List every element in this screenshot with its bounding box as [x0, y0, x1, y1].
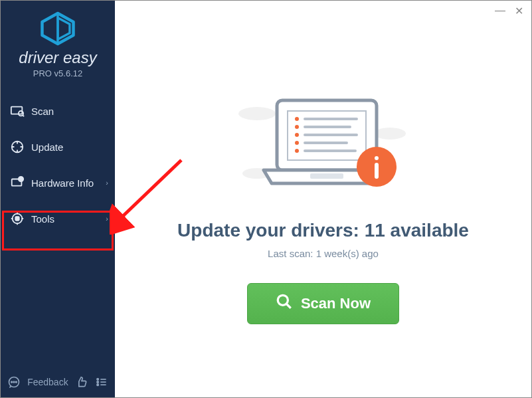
sidebar-item-label: Update: [31, 142, 63, 153]
main-panel: Update your drivers: 11 available Last s…: [115, 1, 531, 397]
minimize-button[interactable]: —: [495, 5, 505, 17]
scan-now-button[interactable]: Scan Now: [247, 283, 399, 324]
svg-rect-36: [310, 173, 343, 179]
magnifier-icon: [276, 293, 293, 314]
headline-text: Update your drivers: 11 available: [177, 220, 469, 241]
svg-rect-2: [11, 107, 23, 114]
sidebar-item-tools[interactable]: Tools ›: [1, 201, 115, 237]
svg-point-14: [16, 381, 17, 383]
logo-area: driver easy PRO v5.6.12: [1, 1, 115, 85]
chevron-right-icon: ›: [106, 179, 108, 187]
feedback-icon[interactable]: [7, 375, 21, 389]
svg-point-12: [11, 381, 13, 383]
svg-line-4: [23, 115, 24, 116]
svg-text:i: i: [21, 177, 21, 181]
version-text: PRO v5.6.12: [33, 68, 82, 78]
sidebar-item-label: Hardware Info: [31, 177, 94, 189]
svg-rect-39: [375, 163, 379, 179]
svg-point-13: [13, 381, 15, 383]
svg-point-26: [295, 117, 299, 121]
svg-rect-38: [375, 156, 379, 160]
thumbs-up-icon[interactable]: [75, 375, 88, 389]
update-icon: [10, 140, 25, 154]
list-icon[interactable]: [95, 375, 108, 389]
svg-point-32: [295, 141, 299, 145]
svg-point-17: [97, 381, 99, 383]
brand-text: driver easy: [19, 49, 96, 67]
sidebar-item-label: Tools: [31, 213, 54, 225]
close-button[interactable]: ✕: [515, 5, 523, 17]
svg-point-28: [295, 125, 299, 129]
feedback-label[interactable]: Feedback: [27, 377, 68, 387]
svg-point-34: [295, 149, 299, 153]
sidebar-item-scan[interactable]: Scan: [1, 93, 115, 129]
chevron-right-icon: ›: [106, 215, 108, 223]
last-scan-text: Last scan: 1 week(s) ago: [268, 248, 379, 259]
svg-point-22: [374, 128, 406, 140]
sidebar-footer: Feedback: [1, 367, 115, 397]
sidebar-item-label: Scan: [31, 106, 54, 117]
app-window: — ✕ driver easy PRO v5.6.12 Scan: [0, 0, 532, 398]
laptop-illustration: [230, 94, 416, 203]
svg-point-15: [97, 379, 99, 381]
svg-point-40: [278, 295, 288, 305]
tools-icon: [10, 211, 25, 226]
svg-point-21: [238, 107, 276, 120]
sidebar: driver easy PRO v5.6.12 Scan: [1, 1, 115, 397]
sidebar-item-update[interactable]: Update: [1, 129, 115, 165]
hardware-info-icon: i: [10, 175, 25, 190]
svg-rect-10: [15, 217, 19, 221]
scan-now-label: Scan Now: [301, 295, 371, 312]
scan-icon: [10, 104, 25, 118]
sidebar-nav: Scan Update i: [1, 93, 115, 237]
sidebar-item-hardware-info[interactable]: i Hardware Info ›: [1, 165, 115, 201]
svg-point-30: [295, 133, 299, 137]
titlebar: — ✕: [487, 1, 531, 21]
svg-line-41: [286, 304, 291, 308]
svg-point-19: [97, 384, 99, 386]
app-logo-icon: [39, 11, 76, 46]
